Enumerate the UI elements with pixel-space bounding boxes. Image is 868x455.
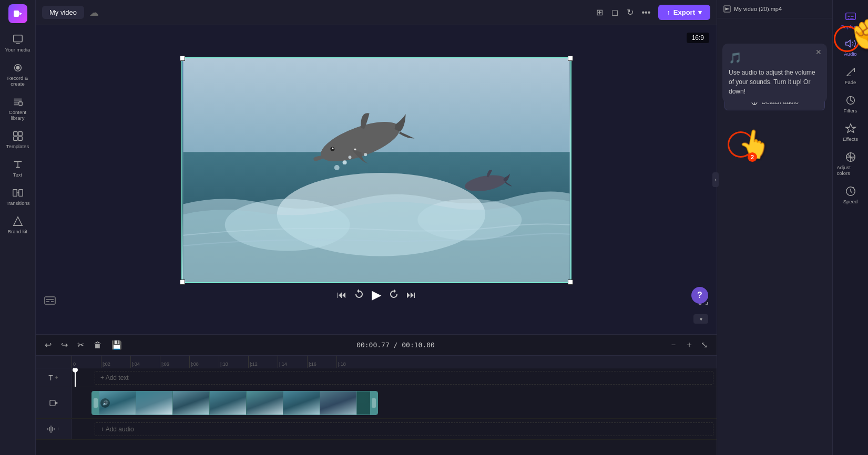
sidebar-item-your-media[interactable]: Your media xyxy=(2,29,34,57)
cursor-number-2: 2 xyxy=(748,152,757,162)
svg-rect-5 xyxy=(18,102,22,105)
file-name: My video (20).mp4 xyxy=(734,6,782,12)
rotate-tool-button[interactable]: ↻ xyxy=(624,5,636,20)
redo-button[interactable]: ↪ xyxy=(58,338,70,351)
hand-cursor-1: 👆 xyxy=(736,126,773,162)
save-frame-button[interactable]: 💾 xyxy=(109,338,125,351)
main-area: My video ☁ ⊞ ◻ ↻ ••• ↑ Export ▾ xyxy=(36,0,717,455)
right-tool-effects-label: Effects xyxy=(843,136,858,142)
zoom-in-button[interactable]: ＋ xyxy=(682,338,696,352)
right-tool-effects[interactable]: Effects xyxy=(835,119,866,146)
timeline-toolbar: ↩ ↪ ✂ 🗑 💾 00:00.77 / 00:10.00 － ＋ ⤡ xyxy=(36,335,717,356)
tooltip-close-button[interactable]: ✕ xyxy=(815,48,822,56)
right-tool-filters[interactable]: Filters xyxy=(835,90,866,118)
app-logo[interactable] xyxy=(8,4,27,23)
right-tool-filters-label: Filters xyxy=(844,108,857,113)
resize-tool-button[interactable]: ◻ xyxy=(609,5,621,20)
clip-thumb-2 xyxy=(136,391,173,415)
export-arrow-icon: ↑ xyxy=(667,8,670,16)
ruler-10: |:10 xyxy=(219,356,248,368)
svg-marker-1 xyxy=(19,12,22,15)
right-tool-speed[interactable]: Speed xyxy=(835,181,866,209)
resize-handle-br[interactable] xyxy=(568,280,573,285)
audio-track: + + Add audio xyxy=(36,419,717,440)
clip-thumbnails xyxy=(99,391,370,415)
crop-tool-button[interactable]: ⊞ xyxy=(594,5,606,20)
video-preview xyxy=(182,58,570,282)
rewind-5s-button[interactable] xyxy=(354,288,364,302)
preview-wrapper: 16:9 › ⏮ xyxy=(36,25,717,334)
sidebar-item-record[interactable]: Record & create xyxy=(2,58,34,91)
svg-point-25 xyxy=(354,148,356,150)
skip-to-end-button[interactable]: ⏭ xyxy=(406,289,416,301)
add-audio-button[interactable]: + Add audio xyxy=(95,422,713,436)
timeline: ↩ ↪ ✂ 🗑 💾 00:00.77 / 00:10.00 － ＋ ⤡ 0 |:… xyxy=(36,334,717,455)
svg-rect-7 xyxy=(18,132,22,136)
ruler-12: |:12 xyxy=(248,356,278,368)
cut-button[interactable]: ✂ xyxy=(75,338,87,351)
undo-button[interactable]: ↩ xyxy=(42,338,54,351)
play-pause-button[interactable]: ▶ xyxy=(372,287,381,302)
preview-container: 16:9 › ⏮ xyxy=(36,25,717,334)
svg-marker-30 xyxy=(726,8,729,10)
collapse-bottom-button[interactable]: ▾ xyxy=(693,314,708,324)
sidebar-item-transitions[interactable]: Transitions xyxy=(2,183,34,210)
ruler-18: |:18 xyxy=(336,356,366,368)
zoom-out-button[interactable]: － xyxy=(667,338,680,352)
export-button[interactable]: ↑ Export ▾ xyxy=(658,5,710,20)
resize-handle-bl[interactable] xyxy=(180,280,185,285)
fit-timeline-button[interactable]: ⤡ xyxy=(698,338,710,351)
right-tool-audio[interactable]: Audio xyxy=(835,34,866,61)
tooltip-emoji: 🎵 xyxy=(729,50,821,66)
collapse-right-button[interactable]: › xyxy=(712,172,719,187)
text-track-label: T + xyxy=(36,368,72,387)
resize-handle-tr[interactable] xyxy=(568,56,573,61)
ruler-06: |:06 xyxy=(160,356,189,368)
aspect-ratio-badge[interactable]: 16:9 xyxy=(687,33,709,43)
right-tool-fade[interactable]: Fade xyxy=(835,62,866,89)
sidebar-label-transitions: Transitions xyxy=(5,200,29,206)
more-tools-button[interactable]: ••• xyxy=(639,5,653,20)
clip-thumb-5 xyxy=(247,391,283,415)
audio-tool-wrapper: Captions Audio ☝️ 1 xyxy=(835,6,866,61)
forward-5s-button[interactable] xyxy=(389,288,399,302)
sidebar: Your media Record & create Content libra… xyxy=(0,0,36,455)
skip-to-start-button[interactable]: ⏮ xyxy=(337,289,346,301)
ruler-marks: 0 |:02 |:04 |:06 |:08 |:10 |:12 |:14 |:1… xyxy=(72,356,366,368)
video-track-content: 🔊 xyxy=(72,387,717,418)
preview-frame[interactable] xyxy=(181,57,571,283)
audio-tool-item-wrapper: Audio ☝️ 1 xyxy=(835,34,866,61)
svg-point-22 xyxy=(348,156,351,159)
audio-panel: My video (20).mp4 ✕ 🎵 Use audio to adjus… xyxy=(717,0,832,455)
zoom-controls: － ＋ ⤡ xyxy=(667,338,710,352)
add-text-button[interactable]: + Add text xyxy=(95,371,713,385)
svg-point-23 xyxy=(334,165,339,170)
svg-rect-9 xyxy=(18,137,22,140)
text-track-content: + Add text xyxy=(72,368,717,387)
clip-thumb-4 xyxy=(210,391,247,415)
right-tool-fade-label: Fade xyxy=(845,79,856,85)
delete-button[interactable]: 🗑 xyxy=(91,339,105,351)
resize-handle-tl[interactable] xyxy=(180,56,185,61)
timeline-time-display: 00:00.77 / 00:10.00 xyxy=(129,341,662,349)
sidebar-item-text[interactable]: Text xyxy=(2,154,34,182)
toolbar-tools: ⊞ ◻ ↻ ••• xyxy=(594,5,653,20)
svg-rect-26 xyxy=(45,297,55,304)
clip-left-handle[interactable] xyxy=(92,391,99,415)
clip-right-handle[interactable] xyxy=(370,391,377,415)
project-title[interactable]: My video xyxy=(42,6,84,19)
svg-rect-2 xyxy=(13,35,22,42)
timeline-tracks: T + + Add text xyxy=(36,368,717,455)
video-clip[interactable]: 🔊 xyxy=(91,391,378,415)
clip-thumb-6 xyxy=(283,391,320,415)
sidebar-item-brand[interactable]: Brand kit xyxy=(2,211,34,239)
sidebar-item-content-library[interactable]: Content library xyxy=(2,92,34,125)
tooltip-text: Use audio to adjust the volume of your s… xyxy=(729,69,815,95)
right-tool-adjust-colors[interactable]: Adjust colors xyxy=(835,147,866,180)
ruler-04: |:04 xyxy=(130,356,160,368)
playhead-marker xyxy=(73,368,78,373)
caption-toggle-button[interactable] xyxy=(44,296,56,307)
right-tool-captions[interactable]: Captions xyxy=(835,6,866,34)
help-button[interactable]: ? xyxy=(691,287,708,304)
sidebar-item-templates[interactable]: Templates xyxy=(2,126,34,153)
